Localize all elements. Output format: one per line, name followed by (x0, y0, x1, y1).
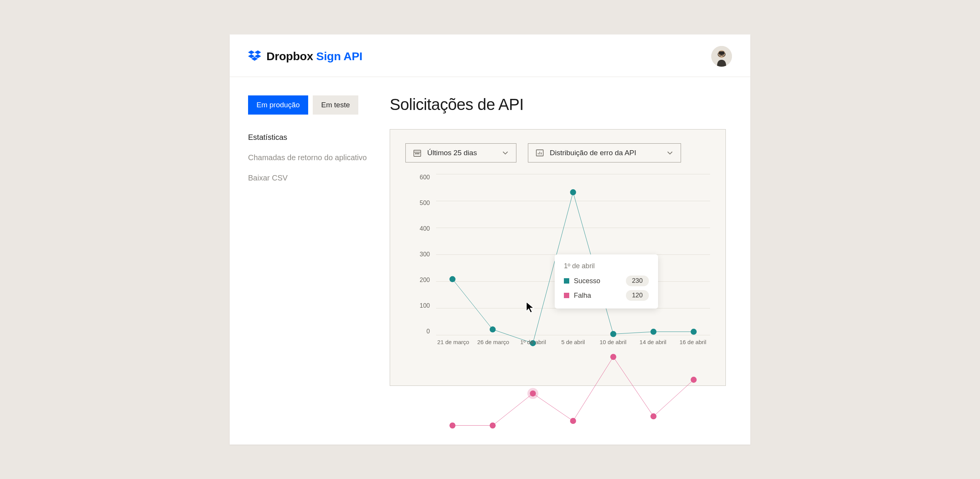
x-axis: 21 de março26 de março1º de abril5 de ab… (436, 339, 710, 350)
svg-point-13 (417, 153, 418, 154)
y-tick: 600 (415, 174, 430, 181)
plot-area: 6005004003002001000 21 de março26 de mar… (417, 174, 710, 350)
x-tick: 16 de abril (676, 339, 710, 350)
page-title: Solicitações de API (390, 95, 732, 114)
chart-svg (436, 174, 710, 448)
svg-point-14 (418, 153, 419, 154)
chart-tooltip: 1º de abril Sucesso 230 Falha 120 (555, 254, 658, 308)
x-tick: 1º de abril (516, 339, 550, 350)
data-point[interactable] (650, 413, 657, 420)
calendar-icon (413, 148, 422, 157)
y-axis: 6005004003002001000 (415, 174, 430, 335)
chevron-down-icon (501, 149, 509, 157)
x-tick: 10 de abril (596, 339, 630, 350)
chart-panel: Últimos 25 dias (390, 129, 726, 386)
svg-point-12 (415, 153, 416, 154)
sidebar-nav: Estatísticas Chamadas de retorno do apli… (248, 133, 374, 182)
avatar[interactable] (711, 46, 732, 67)
bar-chart-icon (535, 148, 544, 157)
data-point[interactable] (691, 377, 697, 383)
data-point[interactable] (570, 418, 576, 424)
header-bar: Dropbox Sign API (230, 34, 750, 77)
y-tick: 400 (415, 225, 430, 232)
distribution-label: Distribuição de erro da API (550, 149, 661, 157)
y-tick: 0 (415, 328, 430, 335)
body: Em produção Em teste Estatísticas Chamad… (230, 77, 750, 404)
data-point[interactable] (610, 331, 616, 337)
sidebar: Em produção Em teste Estatísticas Chamad… (248, 95, 374, 386)
brand-text: Dropbox Sign API (266, 50, 363, 63)
swatch-success-icon (564, 278, 569, 284)
tooltip-row-failure: Falha 120 (564, 290, 649, 301)
svg-marker-0 (248, 50, 255, 54)
data-point[interactable] (650, 329, 657, 335)
x-tick: 14 de abril (636, 339, 670, 350)
data-point[interactable] (490, 422, 496, 428)
x-tick: 26 de março (476, 339, 510, 350)
env-tabs: Em produção Em teste (248, 95, 374, 115)
sidebar-item-download-csv[interactable]: Baixar CSV (248, 174, 374, 182)
main-content: Solicitações de API (390, 95, 732, 386)
app-window: Dropbox Sign API Em produção Em teste Es… (230, 34, 750, 445)
distribution-dropdown[interactable]: Distribuição de erro da API (528, 143, 681, 162)
y-tick: 300 (415, 251, 430, 258)
dropbox-logo-icon (248, 49, 261, 64)
series-line (452, 357, 694, 425)
sidebar-item-callbacks[interactable]: Chamadas de retorno do aplicativo (248, 153, 374, 162)
x-tick: 21 de março (436, 339, 470, 350)
y-tick: 500 (415, 200, 430, 207)
y-tick: 200 (415, 277, 430, 284)
tab-test[interactable]: Em teste (313, 95, 358, 115)
x-tick: 5 de abril (556, 339, 590, 350)
tooltip-failure-label: Falha (574, 292, 621, 300)
data-point-highlight (528, 388, 539, 399)
chevron-down-icon (666, 149, 674, 157)
svg-marker-1 (255, 50, 261, 54)
tooltip-success-value: 230 (626, 276, 649, 286)
tab-production[interactable]: Em produção (248, 95, 308, 115)
brand-secondary: Sign API (316, 50, 363, 62)
data-point[interactable] (610, 354, 616, 360)
dropdown-row: Últimos 25 dias (405, 143, 710, 162)
tooltip-failure-value: 120 (626, 290, 649, 301)
data-point[interactable] (449, 276, 456, 282)
tooltip-success-label: Sucesso (574, 277, 621, 285)
data-point[interactable] (449, 422, 456, 428)
brand-primary: Dropbox (266, 50, 313, 62)
data-point[interactable] (570, 189, 576, 195)
brand-logo: Dropbox Sign API (248, 49, 363, 64)
swatch-failure-icon (564, 293, 569, 298)
date-range-dropdown[interactable]: Últimos 25 dias (405, 143, 516, 162)
tooltip-row-success: Sucesso 230 (564, 276, 649, 286)
y-tick: 100 (415, 302, 430, 309)
data-point[interactable] (490, 326, 496, 333)
sidebar-item-statistics[interactable]: Estatísticas (248, 133, 374, 142)
date-range-label: Últimos 25 dias (427, 149, 496, 157)
tooltip-title: 1º de abril (564, 262, 649, 270)
data-point[interactable] (691, 329, 697, 335)
